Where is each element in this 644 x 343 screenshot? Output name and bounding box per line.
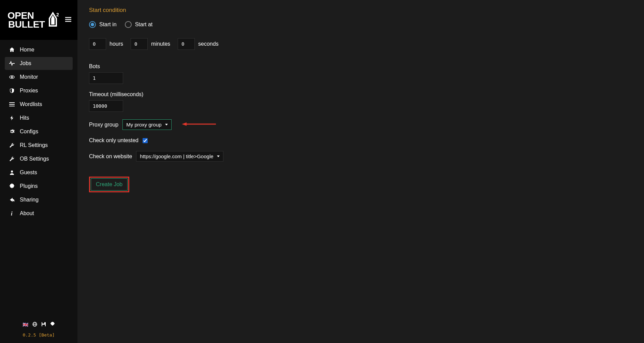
globe-icon[interactable] xyxy=(32,322,37,328)
user-icon xyxy=(9,170,15,175)
nav-label: RL Settings xyxy=(20,142,48,148)
seconds-input[interactable] xyxy=(178,38,195,50)
proxy-group-select[interactable]: My proxy group xyxy=(122,119,171,130)
bots-input[interactable] xyxy=(89,72,123,84)
nav-label: Hits xyxy=(20,115,29,121)
footer-icons: 🇬🇧 xyxy=(8,322,69,328)
check-website-label: Check on website xyxy=(89,153,132,160)
radio-icon xyxy=(125,21,132,28)
sidebar-item-sharing[interactable]: Sharing xyxy=(5,193,73,206)
timeout-label: Timeout (milliseconds) xyxy=(89,91,632,98)
wrench-icon xyxy=(9,143,15,148)
start-mode-radio-group: Start in Start at xyxy=(89,21,632,28)
share-icon xyxy=(9,197,15,203)
eye-icon xyxy=(9,74,15,80)
svg-point-10 xyxy=(12,131,12,132)
check-website-row: Check on website https://google.com | ti… xyxy=(89,151,632,162)
nav-label: Proxies xyxy=(20,88,38,94)
section-title: Start condition xyxy=(89,7,632,14)
minutes-label: minutes xyxy=(151,41,170,47)
nav-label: Plugins xyxy=(20,183,38,189)
nav-label: Configs xyxy=(20,129,38,135)
svg-rect-2 xyxy=(65,19,71,20)
info-icon: i xyxy=(9,211,15,216)
svg-point-5 xyxy=(11,76,13,78)
sidebar-item-configs[interactable]: Configs xyxy=(5,125,73,138)
sidebar-item-home[interactable]: Home xyxy=(5,43,73,56)
sidebar-item-wordlists[interactable]: Wordlists xyxy=(5,98,73,111)
hours-input[interactable] xyxy=(89,38,106,50)
sidebar-item-about[interactable]: i About xyxy=(5,207,73,220)
flag-icon[interactable]: 🇬🇧 xyxy=(23,322,28,328)
version-text: 0.2.5 [Beta] xyxy=(8,332,69,338)
nav-label: Home xyxy=(20,47,34,53)
timeout-input[interactable] xyxy=(89,100,123,112)
minutes-input[interactable] xyxy=(131,38,148,50)
svg-rect-8 xyxy=(9,106,15,106)
sidebar: OPEN BULLET 2 Home Jobs Moni xyxy=(0,0,77,343)
nav: Home Jobs Monitor Proxies Wordlists Hits… xyxy=(0,40,77,224)
proxy-group-label: Proxy group xyxy=(89,122,118,128)
nav-label: About xyxy=(20,210,34,217)
puzzle-icon xyxy=(9,183,15,189)
svg-text:i: i xyxy=(11,211,13,216)
nav-label: Sharing xyxy=(20,197,39,203)
nav-label: Wordlists xyxy=(20,101,42,107)
time-inputs: hours minutes seconds xyxy=(89,38,632,50)
check-untested-label: Check only untested xyxy=(89,137,138,144)
annotation-arrow xyxy=(182,121,216,128)
svg-point-11 xyxy=(11,170,13,173)
bots-label: Bots xyxy=(89,63,632,70)
radio-icon xyxy=(89,21,96,28)
sidebar-item-guests[interactable]: Guests xyxy=(5,166,73,179)
hamburger-icon[interactable] xyxy=(64,15,73,25)
radio-label: Start at xyxy=(135,21,153,28)
sidebar-item-hits[interactable]: Hits xyxy=(5,111,73,124)
seconds-label: seconds xyxy=(198,41,219,47)
sidebar-item-jobs[interactable]: Jobs xyxy=(5,57,73,70)
sidebar-item-ob-settings[interactable]: OB Settings xyxy=(5,152,73,165)
save-icon[interactable] xyxy=(41,322,46,328)
hours-label: hours xyxy=(109,41,123,47)
main-content: Start condition Start in Start at hours … xyxy=(77,0,644,199)
gear-icon xyxy=(9,129,15,134)
nav-label: Monitor xyxy=(20,74,38,80)
svg-rect-6 xyxy=(9,102,15,103)
bullet-icon: 2 xyxy=(47,12,59,28)
nav-label: Jobs xyxy=(20,60,31,66)
svg-rect-1 xyxy=(65,17,71,18)
sidebar-item-monitor[interactable]: Monitor xyxy=(5,71,73,84)
sidebar-header: OPEN BULLET 2 xyxy=(0,0,77,40)
bolt-icon xyxy=(9,115,15,121)
svg-rect-18 xyxy=(42,325,45,326)
start-in-option[interactable]: Start in xyxy=(89,21,117,28)
sidebar-item-plugins[interactable]: Plugins xyxy=(5,180,73,193)
svg-text:2: 2 xyxy=(56,12,59,17)
home-icon xyxy=(9,47,15,53)
bots-field: Bots xyxy=(89,63,632,84)
create-job-button[interactable]: Create Job xyxy=(91,178,128,191)
pulse-icon xyxy=(9,61,15,66)
svg-rect-7 xyxy=(9,104,15,105)
sidebar-footer: 🇬🇧 0.2.5 [Beta] xyxy=(0,316,77,343)
start-at-option[interactable]: Start at xyxy=(125,21,153,28)
list-icon xyxy=(9,102,15,107)
shield-icon xyxy=(9,88,15,93)
proxy-group-row: Proxy group My proxy group xyxy=(89,119,632,130)
annotation-highlight-box: Create Job xyxy=(89,177,129,192)
radio-label: Start in xyxy=(99,21,117,28)
nav-label: OB Settings xyxy=(20,156,49,162)
check-untested-checkbox[interactable] xyxy=(143,138,148,143)
check-website-select[interactable]: https://google.com | title>Google xyxy=(136,151,223,162)
nav-label: Guests xyxy=(20,169,37,176)
sidebar-item-rl-settings[interactable]: RL Settings xyxy=(5,139,73,152)
svg-rect-17 xyxy=(42,322,44,324)
timeout-field: Timeout (milliseconds) xyxy=(89,91,632,112)
app-logo: OPEN BULLET 2 xyxy=(8,11,59,28)
bug-icon[interactable] xyxy=(50,322,55,328)
sidebar-item-proxies[interactable]: Proxies xyxy=(5,84,73,97)
check-untested-row: Check only untested xyxy=(89,137,632,144)
svg-marker-20 xyxy=(182,122,187,126)
wrench-icon xyxy=(9,156,15,162)
svg-rect-3 xyxy=(65,21,71,22)
